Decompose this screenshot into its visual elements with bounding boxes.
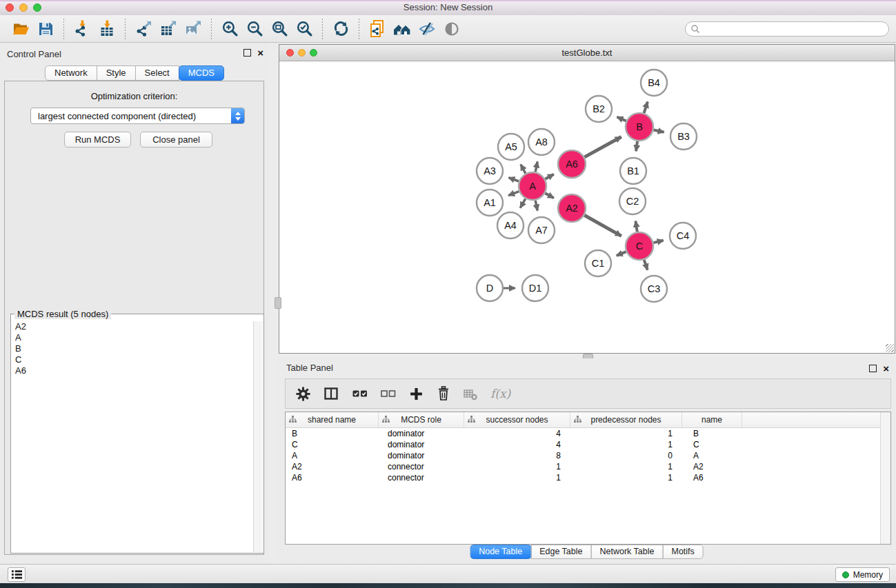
node-D1[interactable]: D1	[522, 275, 548, 301]
table-scrollbar[interactable]	[880, 412, 890, 544]
close-panel-button[interactable]: Close panel	[140, 132, 212, 148]
node-C2[interactable]: C2	[619, 188, 646, 214]
node-C3[interactable]: C3	[641, 276, 667, 302]
resize-grip[interactable]	[886, 344, 894, 352]
edge-C-C1[interactable]	[617, 252, 626, 256]
close-table-panel-icon[interactable]	[883, 364, 889, 373]
export-network-icon[interactable]	[131, 17, 156, 41]
mcds-result-list[interactable]: A2ABCA6	[12, 321, 253, 552]
edge-A-A1[interactable]	[508, 192, 519, 196]
edge-C-C4[interactable]	[653, 241, 663, 243]
node-C1[interactable]: C1	[585, 250, 611, 276]
search-field[interactable]	[685, 21, 889, 37]
export-table-icon[interactable]	[156, 17, 181, 41]
tab-style[interactable]: Style	[97, 65, 136, 81]
edge-A6-B[interactable]	[584, 136, 621, 156]
mcds-result-scrollbar[interactable]	[253, 321, 263, 552]
zoom-fit-icon[interactable]	[267, 17, 292, 41]
node-A5[interactable]: A5	[498, 134, 524, 160]
edge-A-A5[interactable]	[521, 164, 526, 173]
table-settings-gear-icon[interactable]	[296, 387, 310, 401]
edge-A-A4[interactable]	[520, 199, 526, 207]
edge-C-C3[interactable]	[644, 260, 648, 270]
memory-button[interactable]: Memory	[835, 567, 890, 582]
edge-C-C2[interactable]	[635, 221, 637, 232]
edge-B-B2[interactable]	[617, 117, 626, 121]
table-row[interactable]: Adominator80A	[286, 450, 890, 461]
node-A[interactable]: A	[519, 172, 546, 200]
edge-A-A8[interactable]	[535, 161, 537, 172]
node-A6[interactable]: A6	[558, 150, 586, 178]
tab-select[interactable]: Select	[135, 65, 179, 81]
column-header-shared-name[interactable]: shared name	[286, 412, 379, 427]
node-label: B1	[627, 165, 639, 176]
home-icon[interactable]	[390, 17, 415, 41]
tab-node-table[interactable]: Node Table	[470, 545, 531, 559]
import-table-icon[interactable]	[94, 17, 119, 41]
criterion-dropdown[interactable]: largest connected component (directed)	[30, 108, 245, 124]
network-canvas[interactable]: B4B2BB3A8A5A6A3B1AC2A1A2A4A7C4CC1C3DD1	[279, 61, 895, 353]
edge-B-B1[interactable]	[636, 141, 637, 151]
tab-mcds[interactable]: MCDS	[179, 65, 224, 81]
tab-network[interactable]: Network	[45, 65, 97, 81]
column-header-successor-nodes[interactable]: successor nodes	[464, 412, 570, 427]
table-row[interactable]: Cdominator41C	[286, 439, 890, 450]
show-column-icon[interactable]	[323, 387, 339, 401]
run-mcds-button[interactable]: Run MCDS	[64, 132, 131, 148]
node-C[interactable]: C	[626, 232, 653, 260]
close-panel-icon[interactable]	[257, 48, 263, 57]
node-C4[interactable]: C4	[670, 223, 696, 249]
node-B3[interactable]: B3	[670, 123, 697, 150]
node-B[interactable]: B	[626, 113, 653, 141]
tab-motifs[interactable]: Motifs	[662, 545, 703, 559]
delete-columns-trash-icon[interactable]	[437, 386, 450, 401]
zoom-out-icon[interactable]	[242, 17, 267, 41]
edge-A-A7[interactable]	[535, 201, 537, 211]
node-B4[interactable]: B4	[641, 70, 667, 96]
zoom-in-icon[interactable]	[217, 17, 242, 41]
float-panel-icon[interactable]	[243, 49, 251, 57]
node-label: B4	[648, 77, 660, 88]
node-A1[interactable]: A1	[477, 190, 503, 216]
open-session-icon[interactable]	[8, 17, 33, 41]
node-B1[interactable]: B1	[620, 158, 646, 184]
create-new-column-icon[interactable]	[409, 387, 424, 401]
node-A2[interactable]: A2	[558, 194, 586, 222]
save-session-icon[interactable]	[33, 17, 58, 41]
table-row[interactable]: A6connector11A6	[286, 472, 890, 483]
table-row[interactable]: Bdominator41B	[286, 428, 890, 439]
open-session-document-icon[interactable]	[365, 17, 390, 41]
export-image-icon[interactable]	[181, 17, 206, 41]
network-vertical-scrollbar-thumb[interactable]	[275, 297, 281, 309]
edge-B-B4[interactable]	[644, 102, 648, 113]
search-input[interactable]	[700, 23, 888, 35]
tab-edge-table[interactable]: Edge Table	[530, 545, 591, 559]
node-D[interactable]: D	[477, 275, 503, 301]
table-row[interactable]: A2connector11A2	[286, 461, 890, 472]
edge-A2-C[interactable]	[584, 215, 621, 236]
node-label: C2	[626, 196, 639, 207]
refresh-icon[interactable]	[328, 17, 353, 41]
task-history-button[interactable]	[8, 567, 26, 582]
node-A8[interactable]: A8	[528, 129, 555, 155]
node-A3[interactable]: A3	[477, 158, 503, 184]
edge-B-B3[interactable]	[654, 130, 664, 132]
edge-A-A2[interactable]	[545, 193, 554, 198]
tab-network-table[interactable]: Network Table	[591, 545, 664, 559]
deselect-all-checkboxes-icon[interactable]	[381, 387, 396, 401]
node-A4[interactable]: A4	[497, 212, 524, 239]
zoom-selected-icon[interactable]	[292, 17, 317, 41]
node-A7[interactable]: A7	[528, 217, 555, 243]
column-header-mcds-role[interactable]: MCDS role	[379, 412, 464, 427]
edge-A-A3[interactable]	[508, 178, 519, 181]
edge-A-A6[interactable]	[545, 174, 554, 179]
select-all-checkboxes-icon[interactable]	[352, 387, 368, 401]
network-window-titlebar[interactable]: testGlobe.txt	[279, 45, 895, 61]
column-header-name[interactable]: name	[682, 412, 742, 427]
float-table-panel-icon[interactable]	[869, 365, 877, 372]
hide-details-icon[interactable]	[415, 17, 439, 41]
import-network-icon[interactable]	[70, 17, 94, 41]
column-header-predecessor-nodes[interactable]: predecessor nodes	[570, 412, 682, 427]
node-B2[interactable]: B2	[586, 96, 612, 122]
show-details-eye-icon[interactable]	[439, 17, 464, 41]
